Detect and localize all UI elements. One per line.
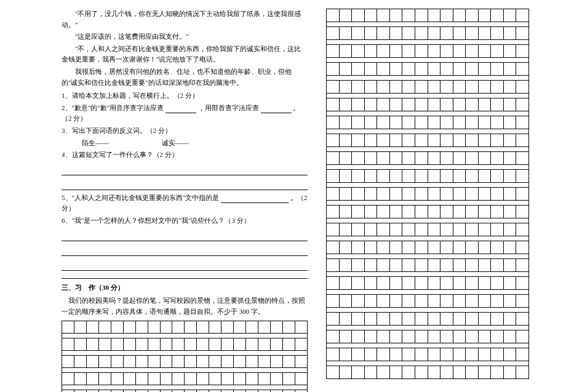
fill-blank[interactable] xyxy=(165,105,196,113)
section-3-header: 三、习 作（30 分） xyxy=(62,278,308,294)
fill-blank[interactable] xyxy=(261,105,292,113)
antonym-word-2: 诚实—— xyxy=(162,139,189,146)
right-column xyxy=(326,9,529,383)
questions-block: 1、请给本文加上标题，写在横行上。（2 分） 2、"歉意"的"歉"用音序查字法应… xyxy=(62,90,308,270)
question-2-part-a: 2、"歉意"的"歉"用音序查字法应查 xyxy=(62,104,164,111)
antonym-word-1: 陌生—— xyxy=(82,139,109,146)
writing-grid-left[interactable] xyxy=(62,321,308,392)
section-3: 三、习 作（30 分） 我们的校园美吗？提起你的笔，写写校园的景物，注意要抓住景… xyxy=(62,278,308,393)
answer-line[interactable] xyxy=(62,178,308,190)
answer-line[interactable] xyxy=(62,163,308,175)
question-5-part-a: 5、"人和人之间还有比金钱更重要的东西"文中指的是 xyxy=(62,194,219,201)
answer-line[interactable] xyxy=(62,258,308,271)
question-6: 6、"我"是一个怎样的人？你想对文中的"我"说些什么？（3 分） xyxy=(62,215,308,226)
answer-line[interactable] xyxy=(62,244,308,256)
section-3-instructions: 我们的校园美吗？提起你的笔，写写校园的景物，注意要抓住景物的特点，按照一定的顺序… xyxy=(62,295,308,317)
question-3-words: 陌生—— 诚实—— xyxy=(62,138,308,149)
answer-line[interactable] xyxy=(62,229,308,241)
passage-line-3: "不，人和人之间还有比金钱更重要的东西，你给我留下的诚实和信任，这比金钱更重要，… xyxy=(62,44,308,65)
question-4: 4、这篇短文写了一件什么事？（2 分） xyxy=(62,150,308,161)
fill-blank[interactable] xyxy=(221,194,289,203)
question-3: 3、写出下面词语的反义词。（2 分） xyxy=(62,126,308,137)
passage-line-4: 我很后悔，居然没有问他的姓名、住址，也不知道他的年龄、职业，但他的"诚实和信任比… xyxy=(62,66,308,88)
reading-passage: "不用了，没几个钱，你在无人知晓的情况下主动给我留了纸条，这使我很感动。" "这… xyxy=(62,9,308,88)
question-2-part-b: ，用部首查字法应查 xyxy=(198,104,259,111)
left-column: "不用了，没几个钱，你在无人知晓的情况下主动给我留了纸条，这使我很感动。" "这… xyxy=(62,9,308,383)
question-1: 1、请给本文加上标题，写在横行上。（2 分） xyxy=(62,90,308,102)
passage-line-2: "这是应该的，这笔费用应由我支付。" xyxy=(62,31,308,42)
question-5: 5、"人和人之间还有比金钱更重要的东西"文中指的是 。（2 分） xyxy=(62,193,308,214)
passage-line-1: "不用了，没几个钱，你在无人知晓的情况下主动给我留了纸条，这使我很感动。" xyxy=(62,9,308,30)
writing-grid-right[interactable] xyxy=(326,9,529,379)
question-2: 2、"歉意"的"歉"用音序查字法应查 ，用部首查字法应查 。（2 分） xyxy=(62,103,308,124)
